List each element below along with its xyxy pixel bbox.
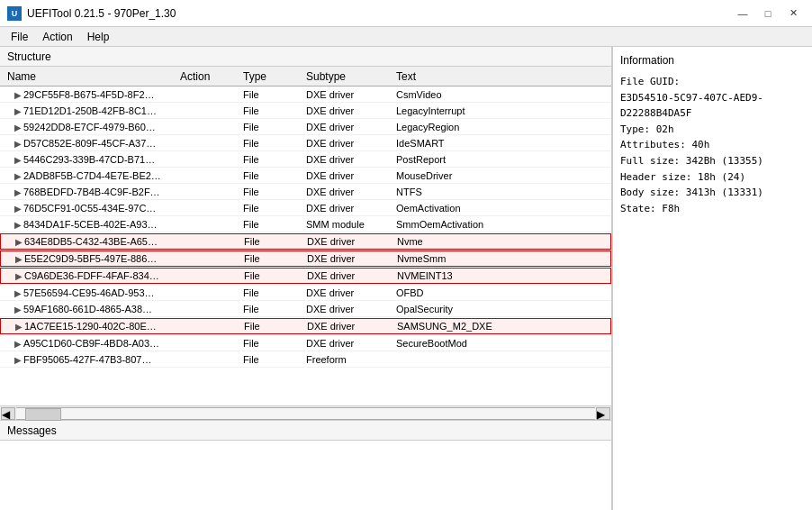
- cell-subtype: DXE driver: [306, 154, 396, 165]
- tree-arrow-icon: ▶: [14, 139, 23, 149]
- table-row[interactable]: ▶ 76D5CF91-0C55-434E-97C…FileDXE driverO…: [0, 200, 611, 216]
- tree-arrow-icon: ▶: [14, 339, 23, 349]
- table-row[interactable]: ▶ 1AC7EE15-1290-402C-80E…FileDXE driverS…: [0, 318, 611, 334]
- tree-arrow-icon: ▶: [15, 271, 24, 281]
- table-row[interactable]: ▶ E5E2C9D9-5BF5-497E-886…FileDXE driverN…: [0, 250, 611, 267]
- info-line: Header size: 18h (24): [620, 169, 805, 186]
- info-line: Type: 02h: [620, 122, 805, 138]
- cell-text: OFBD: [396, 287, 558, 298]
- scroll-left-btn[interactable]: ◀: [1, 407, 15, 420]
- cell-subtype: DXE driver: [306, 203, 396, 214]
- cell-subtype: DXE driver: [306, 105, 396, 116]
- tree-arrow-icon: ▶: [14, 90, 23, 100]
- cell-type: File: [244, 270, 307, 281]
- col-header-type: Type: [243, 70, 306, 83]
- table-row[interactable]: ▶ A95C1D60-CB9F-4BD8-A03…FileDXE driverS…: [0, 335, 611, 351]
- cell-subtype: DXE driver: [306, 338, 396, 349]
- col-header-action: Action: [180, 70, 243, 83]
- cell-type: File: [243, 122, 306, 132]
- cell-text: OpalSecurity: [396, 304, 558, 314]
- cell-name: ▶ 634E8DB5-C432-43BE-A65…: [1, 236, 181, 247]
- tree-arrow-icon: ▶: [14, 220, 23, 230]
- cell-subtype: DXE driver: [306, 170, 396, 181]
- cell-text: SecureBootMod: [396, 338, 558, 349]
- table-row[interactable]: ▶ FBF95065-427F-47B3-807…FileFreeform: [0, 351, 611, 368]
- main-area: Structure Name Action Type Subtype Text …: [0, 47, 812, 510]
- cell-name: ▶ 57E56594-CE95-46AD-953…: [0, 287, 180, 298]
- cell-type: File: [243, 154, 306, 165]
- info-line: E3D54510-5C97-407C-AED9-: [620, 90, 805, 106]
- cell-subtype: SMM module: [306, 219, 396, 230]
- scroll-thumb[interactable]: [25, 408, 61, 421]
- cell-subtype: DXE driver: [306, 304, 396, 314]
- cell-name: ▶ 5446C293-339B-47CD-B71…: [0, 154, 180, 165]
- cell-subtype: DXE driver: [306, 122, 396, 132]
- table-row[interactable]: ▶ C9A6DE36-FDFF-4FAF-834…FileDXE driverN…: [0, 268, 611, 284]
- menu-file[interactable]: File: [4, 29, 35, 45]
- cell-name: ▶ E5E2C9D9-5BF5-497E-886…: [1, 253, 181, 264]
- menu-help[interactable]: Help: [80, 29, 117, 45]
- cell-type: File: [244, 253, 307, 264]
- table-row[interactable]: ▶ 634E8DB5-C432-43BE-A65…FileDXE driverN…: [0, 233, 611, 250]
- cell-name: ▶ FBF95065-427F-47B3-807…: [0, 354, 180, 365]
- tree-arrow-icon: ▶: [14, 355, 23, 365]
- structure-label: Structure: [7, 50, 51, 63]
- cell-name: ▶ 2ADB8F5B-C7D4-4E7E-BE2…: [0, 170, 180, 181]
- title-bar: U UEFITool 0.21.5 - 970Per_1.30 — □ ✕: [0, 0, 812, 27]
- info-line: Body size: 3413h (13331): [620, 185, 805, 201]
- tree-arrow-icon: ▶: [15, 254, 24, 264]
- table-header: Name Action Type Subtype Text: [0, 67, 611, 87]
- cell-text: SAMSUNG_M2_DXE: [397, 321, 559, 332]
- maximize-button[interactable]: □: [756, 5, 780, 23]
- cell-text: NvmeSmm: [397, 253, 559, 264]
- tree-arrow-icon: ▶: [14, 305, 23, 314]
- tree-arrow-icon: ▶: [14, 204, 23, 214]
- horizontal-scrollbar[interactable]: ◀ ▶: [0, 405, 611, 420]
- cell-type: File: [244, 236, 307, 247]
- table-row[interactable]: ▶ 8434DA1F-5CEB-402E-A93…FileSMM moduleS…: [0, 216, 611, 232]
- table-row[interactable]: ▶ 5446C293-339B-47CD-B71…FileDXE driverP…: [0, 151, 611, 168]
- table-row[interactable]: ▶ 2ADB8F5B-C7D4-4E7E-BE2…FileDXE driverM…: [0, 168, 611, 184]
- scroll-track[interactable]: [16, 407, 595, 420]
- cell-type: File: [243, 338, 306, 349]
- cell-type: File: [243, 304, 306, 314]
- cell-subtype: Freeform: [306, 354, 396, 365]
- cell-text: LegacyInterrupt: [396, 105, 558, 116]
- cell-text: OemActivation: [396, 203, 558, 214]
- close-button[interactable]: ✕: [781, 5, 805, 23]
- cell-subtype: DXE driver: [306, 287, 396, 298]
- cell-text: SmmOemActivation: [396, 219, 558, 230]
- cell-text: CsmVideo: [396, 89, 558, 100]
- col-header-text: Text: [396, 70, 558, 83]
- cell-name: ▶ 1AC7EE15-1290-402C-80E…: [1, 321, 181, 332]
- table-row[interactable]: ▶ 59AF1680-661D-4865-A38…FileDXE driverO…: [0, 301, 611, 317]
- info-line: Attributes: 40h: [620, 137, 805, 153]
- tree-arrow-icon: ▶: [14, 171, 23, 181]
- table-row[interactable]: ▶ 29CF55F8-B675-4F5D-8F2…FileDXE driverC…: [0, 87, 611, 103]
- window-controls: — □ ✕: [731, 5, 805, 23]
- col-header-subtype: Subtype: [306, 70, 396, 83]
- cell-name: ▶ 71ED12D1-250B-42FB-8C1…: [0, 105, 180, 116]
- cell-name: ▶ 59AF1680-661D-4865-A38…: [0, 304, 180, 314]
- cell-text: Nvme: [397, 236, 559, 247]
- cell-name: ▶ A95C1D60-CB9F-4BD8-A03…: [0, 338, 180, 349]
- cell-type: File: [243, 138, 306, 149]
- table-row[interactable]: ▶ 768BEDFD-7B4B-4C9F-B2F…FileDXE driverN…: [0, 184, 611, 200]
- cell-subtype: DXE driver: [307, 236, 397, 247]
- cell-type: File: [244, 321, 307, 332]
- cell-subtype: DXE driver: [307, 270, 397, 281]
- table-row[interactable]: ▶ 71ED12D1-250B-42FB-8C1…FileDXE driverL…: [0, 103, 611, 119]
- menu-action[interactable]: Action: [35, 29, 79, 45]
- table-row[interactable]: ▶ D57C852E-809F-45CF-A37…FileDXE driverI…: [0, 135, 611, 151]
- scroll-right-btn[interactable]: ▶: [596, 407, 610, 420]
- cell-type: File: [243, 354, 306, 365]
- table-row[interactable]: ▶ 59242DD8-E7CF-4979-B60…FileDXE driverL…: [0, 119, 611, 135]
- minimize-button[interactable]: —: [731, 5, 754, 23]
- right-panel: Information File GUID:E3D54510-5C97-407C…: [612, 47, 812, 510]
- cell-subtype: DXE driver: [306, 138, 396, 149]
- table-row[interactable]: ▶ 57E56594-CE95-46AD-953…FileDXE driverO…: [0, 285, 611, 301]
- tree-arrow-icon: ▶: [14, 187, 23, 197]
- cell-type: File: [243, 170, 306, 181]
- app-icon: U: [7, 6, 22, 21]
- structure-header: Structure: [0, 47, 611, 67]
